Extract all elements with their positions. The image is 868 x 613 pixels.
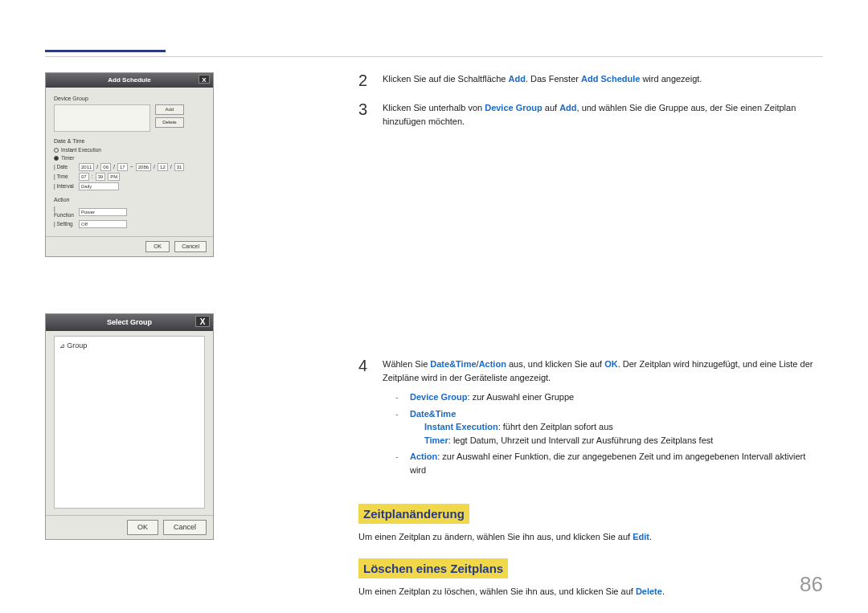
time-label: Time: [54, 174, 76, 180]
interval-select[interactable]: Daily: [79, 182, 119, 190]
cancel-button[interactable]: Cancel: [163, 520, 207, 535]
ok-button[interactable]: OK: [127, 520, 158, 535]
cancel-button[interactable]: Cancel: [174, 241, 207, 252]
datetime-label: Date & Time: [54, 138, 205, 145]
function-select[interactable]: Power: [79, 208, 127, 216]
section-change: Zeitplanänderung Um einen Zeitplan zu än…: [358, 492, 823, 544]
step-4: 4 Wählen Sie Date&Time/Action aus, und k…: [358, 358, 823, 480]
select-group-titlebar: Select Group X: [46, 314, 213, 331]
change-heading: Zeitplanänderung: [358, 504, 469, 524]
setting-label: Setting: [54, 221, 76, 227]
step-text: Wählen Sie Date&Time/Action aus, und kli…: [383, 358, 823, 480]
time-h-field[interactable]: 07: [79, 173, 89, 181]
radio-icon: [54, 148, 59, 153]
step-3: 3 Klicken Sie unterhalb von Device Group…: [358, 101, 823, 128]
interval-row: Interval Daily: [54, 182, 205, 190]
device-group-label: Device Group: [54, 96, 205, 102]
delete-paragraph: Um einen Zeitplan zu löschen, wählen Sie…: [358, 585, 823, 599]
instant-execution-label: Instant Execution: [61, 147, 101, 153]
add-schedule-footer: OK Cancel: [46, 236, 213, 256]
instruction-column: 2 Klicken Sie auf die Schaltfläche Add. …: [358, 72, 823, 601]
add-schedule-body: Device Group Add Delete Date & Time Inst…: [46, 88, 213, 236]
time-ap-field[interactable]: PM: [108, 173, 120, 181]
select-group-body: Group: [46, 331, 213, 515]
date-y2-field[interactable]: 2086: [136, 163, 151, 171]
date-m1-field[interactable]: 06: [100, 163, 111, 171]
date-d2-field[interactable]: 31: [174, 163, 185, 171]
header-rule: [45, 56, 823, 57]
time-row: Time 07 : 39 PM: [54, 173, 205, 181]
date-tilde: ~: [130, 164, 133, 170]
delete-button[interactable]: Delete: [155, 117, 184, 128]
tree-root-node[interactable]: Group: [59, 341, 199, 350]
section-delete: Löschen eines Zeitplans Um einen Zeitpla…: [358, 547, 823, 599]
instant-execution-radio[interactable]: Instant Execution: [54, 147, 205, 153]
add-button[interactable]: Add: [155, 104, 184, 115]
list-item: - Date&Time Instant Execution: führt den…: [395, 407, 823, 447]
date-m2-field[interactable]: 12: [158, 163, 168, 171]
ok-button[interactable]: OK: [145, 241, 170, 252]
step-number: 4: [358, 358, 371, 374]
radio-icon: [54, 156, 59, 161]
time-m-field[interactable]: 39: [96, 173, 106, 181]
step-text: Klicken Sie unterhalb von Device Group a…: [383, 101, 823, 128]
add-schedule-dialog: Add Schedule X Device Group Add Delete D…: [45, 72, 214, 257]
add-schedule-title: Add Schedule: [108, 76, 150, 84]
list-item: - Device Group: zur Auswahl einer Gruppe: [395, 390, 823, 404]
date-row: Date 2011 / 06 / 17 ~ 2086 / 12 / 31: [54, 163, 205, 171]
date-d1-field[interactable]: 17: [117, 163, 128, 171]
add-schedule-titlebar: Add Schedule X: [46, 73, 213, 88]
date-y1-field[interactable]: 2011: [79, 163, 94, 171]
setting-select[interactable]: Off: [79, 220, 127, 228]
interval-label: Interval: [54, 183, 76, 190]
setting-row: Setting Off: [54, 220, 205, 228]
delete-heading: Löschen eines Zeitplans: [358, 558, 508, 578]
change-paragraph: Um einen Zeitplan zu ändern, wählen Sie …: [358, 530, 823, 544]
step-number: 3: [358, 101, 371, 117]
timer-radio[interactable]: Timer: [54, 155, 205, 161]
select-group-footer: OK Cancel: [46, 515, 213, 539]
list-item: - Action: zur Auswahl einer Funktion, di…: [395, 450, 823, 476]
screenshot-column: Add Schedule X Device Group Add Delete D…: [45, 72, 214, 596]
step-4-sublist: - Device Group: zur Auswahl einer Gruppe…: [395, 390, 823, 476]
close-icon[interactable]: X: [199, 75, 210, 84]
function-label: Function: [54, 206, 76, 219]
close-icon[interactable]: X: [195, 316, 210, 327]
step-2: 2 Klicken Sie auf die Schaltfläche Add. …: [358, 72, 823, 88]
date-label: Date: [54, 164, 76, 170]
step-number: 2: [358, 72, 371, 88]
function-row: Function Power: [54, 206, 205, 219]
page-number: 86: [800, 572, 823, 597]
select-group-title: Select Group: [107, 318, 152, 327]
page-content: Add Schedule X Device Group Add Delete D…: [45, 72, 823, 581]
select-group-dialog: Select Group X Group OK Cancel: [45, 313, 214, 540]
group-tree[interactable]: Group: [54, 336, 205, 509]
step-text: Klicken Sie auf die Schaltfläche Add. Da…: [383, 72, 823, 86]
header-accent-bar: [45, 50, 166, 52]
action-label: Action: [54, 197, 205, 203]
device-group-listbox[interactable]: [54, 104, 150, 132]
timer-label: Timer: [61, 155, 74, 161]
